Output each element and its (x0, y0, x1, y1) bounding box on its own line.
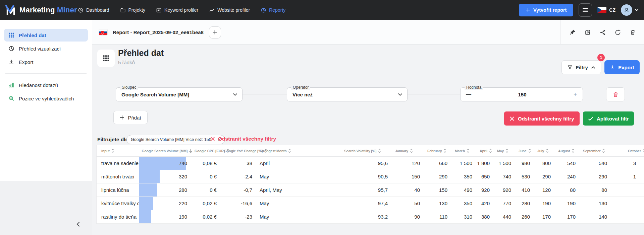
column-header[interactable]: Google YoY Change [%] (221, 145, 257, 156)
table-cell: 1 800 (477, 156, 494, 170)
column-header[interactable]: February (425, 145, 452, 156)
add-report-tab-button[interactable] (209, 26, 221, 38)
delete-report-button[interactable] (630, 29, 636, 35)
table-cell: 740 (494, 170, 516, 183)
nav-item-website-profiler[interactable]: Website profiler (209, 7, 250, 13)
czech-flag-icon (597, 7, 606, 13)
table-cell: 0 € (192, 183, 221, 197)
trash-icon (612, 91, 619, 98)
nav-item-reporty[interactable]: Reporty (261, 7, 285, 13)
table-cell: 80 (580, 183, 612, 197)
main-nav: Dashboard Projekty Keyword profiler Webs… (78, 7, 285, 13)
column-header[interactable]: Input (97, 145, 139, 156)
table-cell: 1 500 (452, 156, 477, 170)
brand-logo[interactable]: Marketing Miner (5, 5, 77, 15)
sort-icon (546, 149, 549, 153)
stepper-minus-button[interactable]: — (461, 91, 477, 97)
x-icon (509, 116, 515, 121)
language-selector[interactable]: CZ (597, 7, 615, 13)
column-header[interactable]: July (535, 145, 555, 156)
sidebar-collapse-button[interactable] (75, 221, 82, 228)
table-cell: kvitnúce trvalky do tieňa (97, 197, 139, 210)
share-button[interactable] (599, 29, 606, 36)
table-cell (612, 210, 644, 223)
remove-all-filters-link[interactable]: Odstranit všechny filtry (210, 136, 276, 142)
pin-icon (569, 29, 576, 36)
sort-icon (410, 149, 413, 153)
edit-button[interactable] (584, 29, 591, 36)
volume-bar (139, 170, 160, 183)
column-header[interactable]: Google Search Volume [MM] (139, 145, 192, 156)
table-row: kvitnúce trvalky do tieňa2200,02 €-16,6M… (97, 197, 644, 210)
pin-button[interactable] (569, 29, 576, 36)
hamburger-icon (582, 8, 588, 12)
create-report-button[interactable]: Vytvořit report (519, 4, 573, 16)
filters-count-badge: 1 (597, 54, 605, 61)
table-cell: 110 (425, 210, 452, 223)
nav-item-dashboard[interactable]: Dashboard (78, 7, 109, 13)
filter-column-select[interactable]: Sloupec Google Search Volume [MM] (116, 87, 243, 101)
add-filter-button[interactable]: Přidat (113, 111, 148, 124)
sort-icon (467, 149, 470, 153)
table-cell: May (257, 197, 341, 210)
filters-toggle-button[interactable]: Filtry (561, 60, 601, 74)
apply-filter-button[interactable]: Aplikovat filtr (583, 111, 634, 126)
table-cell: 40 (392, 183, 425, 197)
refresh-button[interactable] (614, 29, 621, 36)
table-cell: 130 (580, 197, 612, 210)
column-header[interactable]: June (516, 145, 535, 156)
sidebar-item-hledanost-dotazu[interactable]: Hledanost dotazů (4, 79, 88, 91)
avatar (621, 4, 632, 16)
folder-icon (120, 7, 126, 13)
sidebar-item-prehled-vizualizaci[interactable]: Přehled vizualizací (4, 42, 88, 55)
table-cell (612, 197, 644, 210)
table-cell: 1 500 (494, 156, 516, 170)
table-cell: 140 (580, 210, 612, 223)
filter-value-input[interactable]: 150 (477, 92, 568, 97)
keyword-profiler-icon (156, 7, 162, 13)
filter-connector (408, 94, 460, 94)
table-cell: 540 (580, 156, 612, 170)
table-cell: 420 (477, 197, 494, 210)
row-count: 5 řádků (118, 60, 135, 65)
remove-all-filters-button[interactable]: Odstranit všechny filtry (504, 111, 580, 126)
column-header[interactable]: January (392, 145, 425, 156)
report-title: Report - Report_2025-09-02_ee61bea8 (113, 29, 204, 35)
column-header[interactable]: Strongest Month (257, 145, 341, 156)
nav-item-keyword-profiler[interactable]: Keyword profiler (156, 7, 198, 13)
table-cell: 660 (425, 156, 452, 170)
user-menu[interactable] (621, 4, 639, 16)
report-tab[interactable]: Report - Report_2025-09-02_ee61bea8 (99, 20, 221, 45)
menu-button[interactable] (579, 3, 592, 17)
refresh-icon (614, 29, 621, 36)
filter-operator-select[interactable]: Operátor Více než (287, 87, 408, 101)
table-cell: 97,4 (341, 197, 392, 210)
table-cell: 0,02 € (192, 197, 221, 210)
filter-value-label: Hodnota (465, 85, 483, 90)
table-cell: 410 (516, 183, 535, 197)
table-cell: 920 (477, 183, 494, 197)
chevron-down-icon (398, 93, 402, 96)
column-header[interactable]: March (452, 145, 477, 156)
column-header[interactable]: September (580, 145, 612, 156)
table-cell: 170 (535, 210, 555, 223)
table-cell: 93,2 (341, 210, 392, 223)
export-button[interactable]: Export (604, 60, 640, 74)
column-header[interactable]: Google CPC [EUR] (192, 145, 221, 156)
sidebar-item-prehled-dat[interactable]: Přehled dat (4, 29, 88, 42)
sidebar-item-export[interactable]: Export (4, 56, 88, 68)
sort-icon (505, 149, 508, 153)
stepper-plus-button[interactable]: + (568, 91, 583, 98)
sidebar-item-pozice-ve-vyhledavacich[interactable]: 3 Pozice ve vyhledávačích (4, 92, 88, 105)
remove-filter-row-button[interactable] (606, 87, 625, 101)
data-table: InputGoogle Search Volume [MM]Google CPC… (96, 145, 644, 224)
table-cell: 220 (139, 197, 192, 210)
column-header[interactable]: October (612, 145, 644, 156)
column-header[interactable]: Search Volatility [%] (341, 145, 392, 156)
trash-icon (630, 29, 636, 35)
column-header[interactable]: August (555, 145, 580, 156)
column-header[interactable]: May (494, 145, 516, 156)
nav-item-projekty[interactable]: Projekty (120, 7, 146, 13)
filtering-by-label: Filtrujete dle (97, 137, 128, 143)
column-header[interactable]: April (477, 145, 494, 156)
